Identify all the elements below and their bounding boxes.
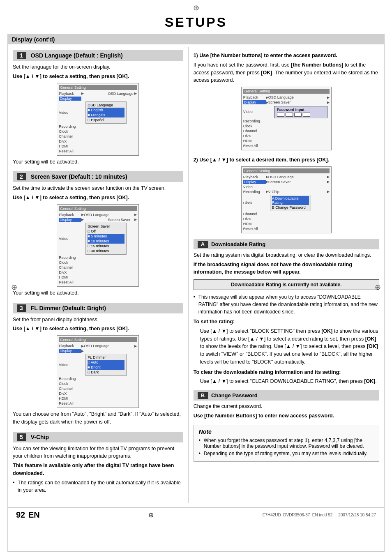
gs-box-pwd-title: General Setting [243,89,330,94]
osd-language-header: 1 OSD Language (Default : English) [13,50,183,61]
gs-pwd-resetall: Reset All [243,143,330,148]
gs-row-recording1: Recording [59,124,137,129]
note-box: Note When you forget the access password… [194,425,379,462]
alpha-a-label: A [198,241,208,248]
alpha-a-section: A Downloadable Rating Set the rating sys… [194,239,379,385]
section-display-header: Display (cont'd) [8,35,384,44]
section-vchip: 5 V-Chip You can set the viewing limitat… [13,432,183,495]
gs-pwd-divx: DivX [243,134,330,138]
gs-submenu-fl: FL Dimmer □ Auto ■ Bright □ Dark [85,354,127,376]
page-title: SETUPS [0,12,392,34]
fl-dimmer-instruction: Use [▲ / ▼] to select a setting, then pr… [13,325,183,333]
top-crosshair-icon: ⊕ [0,0,392,12]
gs-fl-playback: Playback ▶ OSD Language ▶ [59,343,137,348]
vchip-header: 5 V-Chip [13,432,183,442]
alpha-a-warning: Downloadable Rating is currently not ava… [194,279,379,290]
screen-saver-desc: Set the time to activate the screen save… [13,184,183,192]
right-column: 1) Use [the Number buttons] to enter the… [189,47,384,503]
gs-box-itemsel: General Setting Playback ▶ OSD Language … [241,166,332,233]
fl-dimmer-note: You can choose one from "Auto", "Bright"… [13,410,183,426]
gs-is-resetall: Reset All [243,226,330,231]
gs-box-is-title: General Setting [243,168,330,173]
alpha-a-to-clear-text: Use [▲ / ▼] to select "CLEAR DOWNLOADABL… [194,378,379,385]
gs-fl-display: Display ▶ [59,348,137,353]
gs-pwd-clock: Clock [243,124,330,129]
gs-box-fldimmer: General Setting Playback ▶ OSD Language … [57,335,139,408]
alpha-a-title: Downloadable Rating [211,241,265,247]
osd-language-instruction: Use [▲ / ▼] to select a setting, then pr… [13,73,183,81]
alpha-a-to-set-label: To set the rating: [194,318,379,326]
gs-ss-resetall: Reset All [59,280,137,285]
page-footer: 92 EN ⊕ E7H42UD_DVDR3506-37_EN.indd 92 2… [8,507,384,522]
page-number-block: 92 EN [16,510,40,520]
screen-saver-note: Your setting will be activated. [13,289,183,297]
gs-ss-display: Display ▶ Screen Saver ▶ [59,217,137,222]
osd-language-desc: Set the language for the on-screen displ… [13,63,183,71]
vchip-title: V-Chip [31,434,49,440]
page-number: 92 [16,510,25,519]
gs-ss-divx: DivX [59,270,137,275]
gs-ss-hdmi: HDMI [59,275,137,280]
gs-ss-recording: Recording [59,255,137,260]
gs-row-hdmi1: HDMI [59,144,137,149]
vchip-desc: You can set the viewing limitation for t… [13,445,183,461]
two-col-layout: 1 OSD Language (Default : English) Set t… [8,47,384,503]
footer-crosshair-icon: ⊕ [148,511,154,519]
alpha-b-desc: Change the current password. [194,403,379,410]
alpha-b-label: B [198,392,208,399]
step1-body: If you have not set the password, first,… [194,61,379,84]
gs-pwd-video: Video Password Input [243,105,330,119]
alpha-b-header: B Change Password [194,390,379,401]
left-column: 1 OSD Language (Default : English) Set t… [8,47,189,503]
language-label: EN [28,510,40,519]
screen-saver-title: Screen Saver (Default : 10 minutes) [31,173,127,180]
gs-ss-video: Video Screen Saver □ Off ■ 5 minutes ■ 1… [59,222,137,255]
section-display-title: Display (cont'd) [12,36,55,43]
gs-row-playback: Playback ▶ OSD Language ▶ [59,91,137,96]
fl-dimmer-desc: Set the front panel display brightness. [13,316,183,324]
gs-popup-password: Password Input [274,106,327,118]
screen-saver-instruction: Use [▲ / ▼] to select a setting, then pr… [13,194,183,202]
gs-row-video: Video OSD Language ■ English ■ Français … [59,101,137,124]
gs-row-display: Display [59,96,137,101]
fl-dimmer-header: 3 FL Dimmer (Default: Bright) [13,303,183,313]
gs-is-display: Display ▶ Screen Saver ▶ [243,180,330,184]
gs-row-clock1: Clock [59,129,137,134]
note-item-1: Depending on the type of rating system, … [199,451,374,456]
gs-fl-clock: Clock [59,381,137,386]
gs-password-dashes [277,113,325,117]
step1-section: 1) Use [the Number buttons] to enter the… [194,52,379,150]
gs-ss-clock: Clock [59,260,137,265]
gs-box-fl-title: General Setting [59,337,137,342]
gs-ss-channel: Channel [59,265,137,270]
footer-filename: E7H42UD_DVDR3506-37_EN.indd 92 2007/12/2… [263,513,376,517]
gs-fl-hdmi: HDMI [59,396,137,401]
alpha-b-title: Change Password [211,392,258,398]
screen-saver-num: 2 [17,173,26,180]
page-inner: ⊕ ⊕ Display (cont'd) 1 OSD Language (Def… [7,34,385,552]
left-crosshair-icon: ⊕ [11,283,17,292]
gs-is-recording: Recording ▶ V-Chip ▶ [243,189,330,194]
gs-box-osd-title: General Setting [59,85,137,90]
gs-submenu-osd: OSD Language ■ English ■ Français □ Espa… [85,101,127,124]
gs-box-screensaver: General Setting Playback ▶ OSD Language … [57,204,139,287]
right-crosshair-icon: ⊕ [375,283,381,292]
alpha-b-section: B Change Password Change the current pas… [194,390,379,420]
gs-is-clock: Clock A Downloadable Rating B Change Pas… [243,194,330,212]
vchip-bold-note: This feature is available only after the… [13,462,183,477]
gs-row-resetall1: Reset All [59,149,137,154]
alpha-a-header: A Downloadable Rating [194,239,379,249]
alpha-a-to-clear-label: To clear the downloadable rating informa… [194,368,379,376]
gs-pwd-display: Display ▶ Screen Saver ▶ [243,100,330,105]
gs-box-password: General Setting Playback ▶ OSD Language … [241,87,332,150]
gs-row-divx1: DivX [59,139,137,144]
fl-dimmer-num: 3 [17,304,26,312]
section-screen-saver: 2 Screen Saver (Default : 10 minutes) Se… [13,171,183,297]
osd-language-num: 1 [17,52,26,59]
screen-saver-header: 2 Screen Saver (Default : 10 minutes) [13,171,183,182]
gs-is-divx: DivX [243,216,330,221]
alpha-a-bullet: • This message will also appear when you… [194,293,379,315]
gs-fl-recording: Recording [59,376,137,381]
note-box-title: Note [199,428,374,435]
gs-submenu-vchip: A Downloadable Rating B Change Password [270,195,311,211]
